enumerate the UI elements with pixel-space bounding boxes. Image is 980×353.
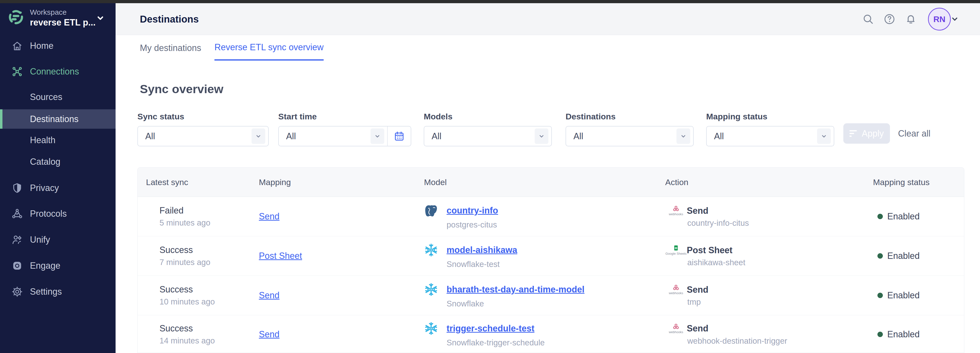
success-status-icon <box>148 246 156 254</box>
sidebar-item-label: Privacy <box>30 183 59 193</box>
avatar-initials: RN <box>933 14 945 24</box>
chevron-down-icon <box>371 128 384 144</box>
model-source: Snowflake <box>447 299 584 309</box>
sidebar-item-label: Engage <box>30 261 60 271</box>
latest-sync-cell: Success 14 minutes ago <box>146 323 215 345</box>
table-row: Success 14 minutes ago Send trigger-sche <box>138 315 964 353</box>
webhooks-icon: webhooks <box>665 284 687 295</box>
sidebar-item-label: Catalog <box>30 157 60 167</box>
start-time-select[interactable]: All <box>278 126 411 146</box>
workspace-name: reverse ETL p... <box>30 17 95 28</box>
destination-name: country-info-citus <box>687 218 749 228</box>
avatar[interactable]: RN <box>928 8 951 30</box>
chevron-down-icon <box>95 13 105 23</box>
help-icon[interactable] <box>884 13 895 25</box>
rudderstack-logo-icon <box>7 9 24 26</box>
enabled-status-icon <box>877 214 883 219</box>
sidebar-item-protocols[interactable]: Protocols <box>0 204 116 223</box>
sidebar-item-label: Health <box>30 135 56 146</box>
latest-sync-cell: Failed 5 minutes ago <box>146 206 210 228</box>
mapping-link[interactable]: Send <box>259 211 280 222</box>
sync-time: 5 minutes ago <box>159 218 210 228</box>
tabs-bar: My destinations Reverse ETL sync overvie… <box>116 35 980 60</box>
sidebar-item-settings[interactable]: Settings <box>0 282 116 302</box>
calendar-icon[interactable] <box>387 127 411 146</box>
tab-reverse-etl-sync-overview[interactable]: Reverse ETL sync overview <box>215 35 324 60</box>
select-value: All <box>286 131 296 141</box>
table-header: Latest sync Mapping Model Action Mapping… <box>138 168 964 197</box>
sync-table: Latest sync Mapping Model Action Mapping… <box>137 168 964 353</box>
enabled-status-icon <box>877 293 883 298</box>
mapping-status-text: Enabled <box>887 290 920 301</box>
sidebar-item-destinations[interactable]: Destinations <box>0 109 116 129</box>
snowflake-icon <box>424 243 438 257</box>
mapping-link[interactable]: Send <box>259 329 280 339</box>
apply-button[interactable]: Apply <box>843 123 890 144</box>
mapping-link[interactable]: Send <box>259 290 280 300</box>
enabled-status-icon <box>877 332 883 337</box>
top-bar: Destinations RN <box>116 3 980 35</box>
search-icon[interactable] <box>862 13 874 25</box>
sidebar-item-label: Home <box>30 41 54 51</box>
column-header-model: Model <box>424 177 447 187</box>
google-sheets-icon: Google Sheets <box>665 245 687 255</box>
filter-label: Models <box>424 112 552 121</box>
column-header-action: Action <box>665 177 689 187</box>
sidebar-item-label: Unify <box>30 234 50 245</box>
sidebar-item-privacy[interactable]: Privacy <box>0 178 116 198</box>
sync-status-select[interactable]: All <box>137 126 269 146</box>
tab-my-destinations[interactable]: My destinations <box>140 35 201 60</box>
destinations-select[interactable]: All <box>566 126 694 146</box>
main-content: Sync overview Sync status All Start time… <box>116 60 980 353</box>
mapping-link[interactable]: Post Sheet <box>259 251 302 261</box>
table-row: Failed 5 minutes ago Send country-info p… <box>138 197 964 236</box>
success-status-icon <box>148 325 156 332</box>
sidebar-item-connections[interactable]: Connections <box>0 62 116 81</box>
sync-status-text: Success <box>159 284 193 294</box>
workspace-label: Workspace <box>30 8 67 16</box>
bell-icon[interactable] <box>905 13 917 25</box>
select-value: All <box>431 131 441 141</box>
sidebar-item-catalog[interactable]: Catalog <box>0 152 116 172</box>
gear-icon <box>11 286 23 298</box>
table-row: Success 7 minutes ago Post Sheet model-a <box>138 236 964 276</box>
window-chrome-strip <box>0 0 980 3</box>
model-link[interactable]: country-info <box>447 206 498 216</box>
workspace-switcher[interactable]: Workspace reverse ETL p... <box>0 6 116 33</box>
shield-icon <box>11 182 23 194</box>
mapping-status-text: Enabled <box>887 251 920 261</box>
column-header-latest-sync: Latest sync <box>146 177 188 187</box>
model-source: Snowflake-test <box>447 260 517 269</box>
webhooks-icon: webhooks <box>665 323 687 334</box>
filter-icon <box>850 130 858 137</box>
sidebar-item-sources[interactable]: Sources <box>0 87 116 107</box>
page-title: Destinations <box>140 13 199 25</box>
sidebar-item-unify[interactable]: Unify <box>0 230 116 250</box>
sidebar: Workspace reverse ETL p... Home Connecti… <box>0 3 116 353</box>
model-link[interactable]: model-aishikawa <box>447 245 517 255</box>
section-heading: Sync overview <box>140 82 223 96</box>
sidebar-item-engage[interactable]: Engage <box>0 256 116 275</box>
select-value: All <box>145 131 155 141</box>
filter-models: Models All <box>424 112 552 146</box>
sidebar-item-health[interactable]: Health <box>0 130 116 150</box>
sidebar-item-label: Sources <box>30 92 62 102</box>
table-row: Success 10 minutes ago Send bharath-test <box>138 276 964 315</box>
model-link[interactable]: bharath-test-day-and-time-model <box>447 284 584 294</box>
models-select[interactable]: All <box>424 126 552 146</box>
unify-icon <box>11 234 23 245</box>
select-value: All <box>714 131 724 141</box>
postgres-icon <box>424 203 438 218</box>
model-source: Snowflake-trigger-schedule <box>447 338 545 347</box>
mapping-status-select[interactable]: All <box>706 126 834 146</box>
chevron-down-icon <box>251 128 265 144</box>
select-value: All <box>573 131 583 141</box>
model-link[interactable]: trigger-schedule-test <box>447 323 535 334</box>
action-name: Send <box>687 323 708 334</box>
clear-all-link[interactable]: Clear all <box>898 128 931 139</box>
destination-name: tmp <box>687 298 708 307</box>
sidebar-item-home[interactable]: Home <box>0 36 116 55</box>
chevron-down-icon <box>676 128 690 144</box>
chevron-down-icon[interactable] <box>950 14 959 24</box>
action-name: Send <box>687 284 708 294</box>
